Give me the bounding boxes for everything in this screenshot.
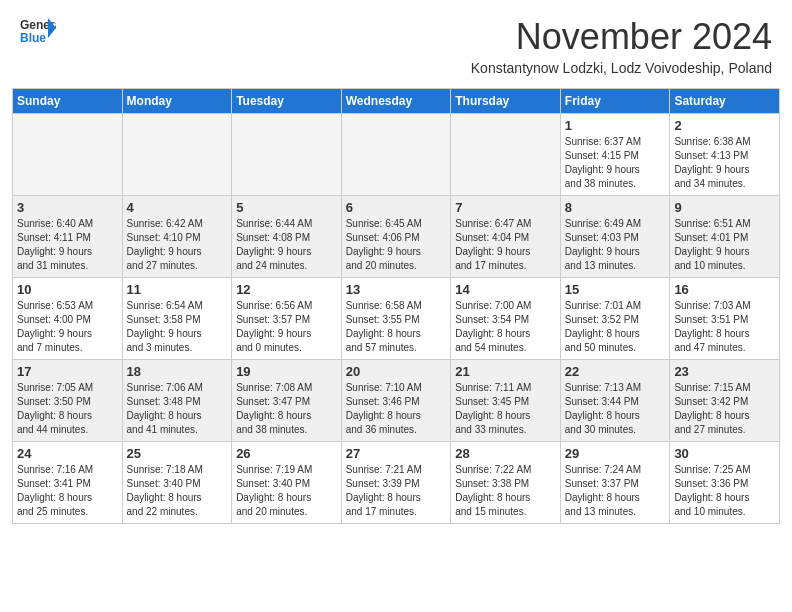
day-info: Sunrise: 7:15 AM Sunset: 3:42 PM Dayligh… — [674, 381, 775, 437]
day-number: 9 — [674, 200, 775, 215]
calendar-cell: 11Sunrise: 6:54 AM Sunset: 3:58 PM Dayli… — [122, 278, 232, 360]
day-info: Sunrise: 7:25 AM Sunset: 3:36 PM Dayligh… — [674, 463, 775, 519]
calendar-cell — [232, 114, 342, 196]
day-number: 28 — [455, 446, 556, 461]
day-number: 17 — [17, 364, 118, 379]
day-number: 4 — [127, 200, 228, 215]
day-number: 11 — [127, 282, 228, 297]
day-info: Sunrise: 7:24 AM Sunset: 3:37 PM Dayligh… — [565, 463, 666, 519]
calendar-cell: 25Sunrise: 7:18 AM Sunset: 3:40 PM Dayli… — [122, 442, 232, 524]
calendar-cell: 13Sunrise: 6:58 AM Sunset: 3:55 PM Dayli… — [341, 278, 451, 360]
day-number: 12 — [236, 282, 337, 297]
calendar-cell — [341, 114, 451, 196]
calendar-cell: 12Sunrise: 6:56 AM Sunset: 3:57 PM Dayli… — [232, 278, 342, 360]
calendar-cell: 20Sunrise: 7:10 AM Sunset: 3:46 PM Dayli… — [341, 360, 451, 442]
day-info: Sunrise: 6:58 AM Sunset: 3:55 PM Dayligh… — [346, 299, 447, 355]
day-info: Sunrise: 6:51 AM Sunset: 4:01 PM Dayligh… — [674, 217, 775, 273]
calendar-cell: 7Sunrise: 6:47 AM Sunset: 4:04 PM Daylig… — [451, 196, 561, 278]
day-info: Sunrise: 7:10 AM Sunset: 3:46 PM Dayligh… — [346, 381, 447, 437]
calendar-cell: 18Sunrise: 7:06 AM Sunset: 3:48 PM Dayli… — [122, 360, 232, 442]
day-number: 29 — [565, 446, 666, 461]
calendar-cell: 1Sunrise: 6:37 AM Sunset: 4:15 PM Daylig… — [560, 114, 670, 196]
month-title: November 2024 — [471, 16, 772, 58]
day-number: 5 — [236, 200, 337, 215]
day-info: Sunrise: 7:08 AM Sunset: 3:47 PM Dayligh… — [236, 381, 337, 437]
day-info: Sunrise: 6:42 AM Sunset: 4:10 PM Dayligh… — [127, 217, 228, 273]
day-info: Sunrise: 7:21 AM Sunset: 3:39 PM Dayligh… — [346, 463, 447, 519]
day-number: 14 — [455, 282, 556, 297]
day-number: 19 — [236, 364, 337, 379]
calendar-cell: 10Sunrise: 6:53 AM Sunset: 4:00 PM Dayli… — [13, 278, 123, 360]
day-info: Sunrise: 7:01 AM Sunset: 3:52 PM Dayligh… — [565, 299, 666, 355]
day-info: Sunrise: 7:19 AM Sunset: 3:40 PM Dayligh… — [236, 463, 337, 519]
calendar-cell: 14Sunrise: 7:00 AM Sunset: 3:54 PM Dayli… — [451, 278, 561, 360]
calendar-cell: 6Sunrise: 6:45 AM Sunset: 4:06 PM Daylig… — [341, 196, 451, 278]
calendar-cell: 22Sunrise: 7:13 AM Sunset: 3:44 PM Dayli… — [560, 360, 670, 442]
day-info: Sunrise: 6:47 AM Sunset: 4:04 PM Dayligh… — [455, 217, 556, 273]
calendar-cell: 19Sunrise: 7:08 AM Sunset: 3:47 PM Dayli… — [232, 360, 342, 442]
day-info: Sunrise: 6:44 AM Sunset: 4:08 PM Dayligh… — [236, 217, 337, 273]
calendar-cell — [122, 114, 232, 196]
day-header-friday: Friday — [560, 89, 670, 114]
day-number: 1 — [565, 118, 666, 133]
day-number: 23 — [674, 364, 775, 379]
calendar-cell — [451, 114, 561, 196]
day-info: Sunrise: 6:37 AM Sunset: 4:15 PM Dayligh… — [565, 135, 666, 191]
day-info: Sunrise: 7:00 AM Sunset: 3:54 PM Dayligh… — [455, 299, 556, 355]
calendar-cell: 30Sunrise: 7:25 AM Sunset: 3:36 PM Dayli… — [670, 442, 780, 524]
day-number: 25 — [127, 446, 228, 461]
calendar-cell: 16Sunrise: 7:03 AM Sunset: 3:51 PM Dayli… — [670, 278, 780, 360]
day-info: Sunrise: 7:06 AM Sunset: 3:48 PM Dayligh… — [127, 381, 228, 437]
day-info: Sunrise: 6:53 AM Sunset: 4:00 PM Dayligh… — [17, 299, 118, 355]
day-number: 22 — [565, 364, 666, 379]
day-number: 24 — [17, 446, 118, 461]
title-section: November 2024 Konstantynow Lodzki, Lodz … — [471, 16, 772, 76]
day-number: 6 — [346, 200, 447, 215]
day-number: 10 — [17, 282, 118, 297]
day-header-saturday: Saturday — [670, 89, 780, 114]
day-number: 13 — [346, 282, 447, 297]
calendar-cell: 23Sunrise: 7:15 AM Sunset: 3:42 PM Dayli… — [670, 360, 780, 442]
day-number: 20 — [346, 364, 447, 379]
day-header-wednesday: Wednesday — [341, 89, 451, 114]
day-info: Sunrise: 7:22 AM Sunset: 3:38 PM Dayligh… — [455, 463, 556, 519]
day-info: Sunrise: 6:56 AM Sunset: 3:57 PM Dayligh… — [236, 299, 337, 355]
calendar-cell — [13, 114, 123, 196]
day-header-monday: Monday — [122, 89, 232, 114]
day-number: 7 — [455, 200, 556, 215]
calendar-cell: 8Sunrise: 6:49 AM Sunset: 4:03 PM Daylig… — [560, 196, 670, 278]
day-number: 2 — [674, 118, 775, 133]
day-info: Sunrise: 6:45 AM Sunset: 4:06 PM Dayligh… — [346, 217, 447, 273]
subtitle: Konstantynow Lodzki, Lodz Voivodeship, P… — [471, 60, 772, 76]
day-info: Sunrise: 6:49 AM Sunset: 4:03 PM Dayligh… — [565, 217, 666, 273]
day-number: 21 — [455, 364, 556, 379]
calendar-cell: 2Sunrise: 6:38 AM Sunset: 4:13 PM Daylig… — [670, 114, 780, 196]
calendar-table: SundayMondayTuesdayWednesdayThursdayFrid… — [12, 88, 780, 524]
day-header-sunday: Sunday — [13, 89, 123, 114]
day-header-thursday: Thursday — [451, 89, 561, 114]
svg-text:Blue: Blue — [20, 31, 46, 45]
calendar-cell: 3Sunrise: 6:40 AM Sunset: 4:11 PM Daylig… — [13, 196, 123, 278]
day-number: 15 — [565, 282, 666, 297]
calendar-cell: 15Sunrise: 7:01 AM Sunset: 3:52 PM Dayli… — [560, 278, 670, 360]
calendar-cell: 21Sunrise: 7:11 AM Sunset: 3:45 PM Dayli… — [451, 360, 561, 442]
day-info: Sunrise: 6:40 AM Sunset: 4:11 PM Dayligh… — [17, 217, 118, 273]
logo: General Blue — [20, 16, 56, 46]
day-info: Sunrise: 6:54 AM Sunset: 3:58 PM Dayligh… — [127, 299, 228, 355]
day-info: Sunrise: 7:11 AM Sunset: 3:45 PM Dayligh… — [455, 381, 556, 437]
calendar-cell: 27Sunrise: 7:21 AM Sunset: 3:39 PM Dayli… — [341, 442, 451, 524]
day-header-tuesday: Tuesday — [232, 89, 342, 114]
day-info: Sunrise: 7:18 AM Sunset: 3:40 PM Dayligh… — [127, 463, 228, 519]
day-number: 18 — [127, 364, 228, 379]
day-info: Sunrise: 7:03 AM Sunset: 3:51 PM Dayligh… — [674, 299, 775, 355]
day-number: 27 — [346, 446, 447, 461]
calendar-cell: 9Sunrise: 6:51 AM Sunset: 4:01 PM Daylig… — [670, 196, 780, 278]
day-number: 30 — [674, 446, 775, 461]
calendar-cell: 29Sunrise: 7:24 AM Sunset: 3:37 PM Dayli… — [560, 442, 670, 524]
page-header: General Blue November 2024 Konstantynow … — [0, 0, 792, 80]
day-number: 16 — [674, 282, 775, 297]
calendar-cell: 17Sunrise: 7:05 AM Sunset: 3:50 PM Dayli… — [13, 360, 123, 442]
day-number: 26 — [236, 446, 337, 461]
logo-icon: General Blue — [20, 16, 56, 46]
day-number: 8 — [565, 200, 666, 215]
